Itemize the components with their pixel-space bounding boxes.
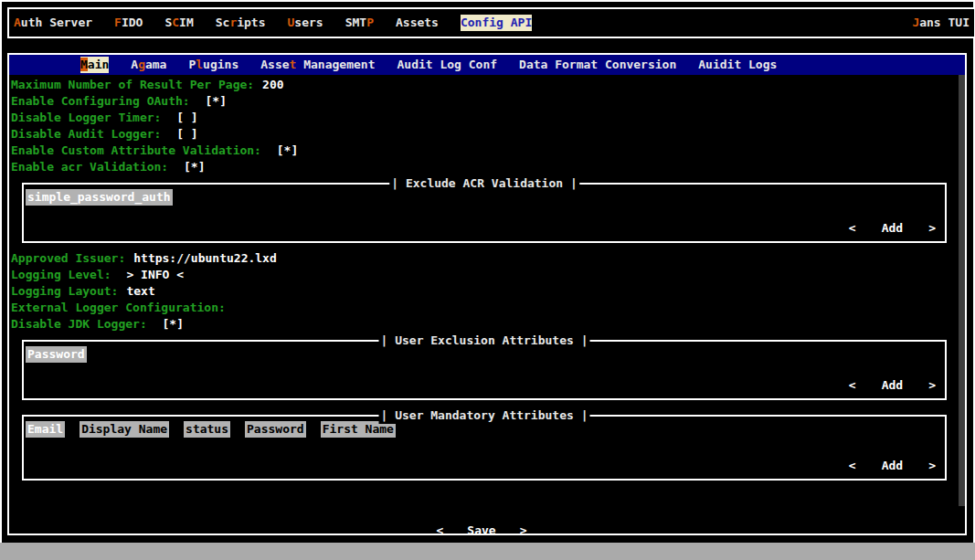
user-exclusion-add-button[interactable]: <Add>: [849, 377, 936, 394]
vertical-scrollbar[interactable]: [959, 75, 965, 506]
disable-jdk-logger-checkbox[interactable]: [*]: [155, 317, 184, 331]
field-max-results: Maximum Number of Result Per Page:200: [11, 77, 952, 93]
menu-item-config-api[interactable]: Config API: [461, 15, 532, 31]
field-external-logger: External Logger Configuration:: [11, 300, 952, 316]
user-exclusion-attributes-title: | User Exclusion Attributes |: [379, 333, 590, 349]
logging-level-select[interactable]: > INFO <: [120, 268, 184, 281]
menu-item-users[interactable]: Users: [288, 15, 323, 31]
config-api-panel: Main Agama Plugins Asset Management Audi…: [7, 53, 967, 535]
button-label: Add: [882, 458, 903, 474]
field-disable-logger-timer: Disable Logger Timer: [ ]: [11, 110, 952, 126]
tab-data-format-conversion[interactable]: Data Format Conversion: [519, 57, 676, 73]
field-acr-validation: Enable acr Validation: [*]: [11, 159, 952, 175]
list-item[interactable]: Password: [26, 346, 87, 363]
list-item[interactable]: Display Name: [79, 421, 169, 438]
user-mandatory-attributes-title: | User Mandatory Attributes |: [379, 407, 590, 424]
exclude-acr-validation-title: | Exclude ACR Validation |: [389, 175, 579, 192]
tab-main[interactable]: Main: [80, 57, 109, 73]
logging-layout-input[interactable]: text: [126, 284, 154, 298]
custom-attr-validation-checkbox[interactable]: [*]: [270, 143, 298, 157]
button-left-bracket: <: [437, 523, 444, 539]
tab-plugins[interactable]: Plugins: [188, 57, 238, 73]
user-mandatory-attributes-box: | User Mandatory Attributes | Email Disp…: [22, 415, 947, 481]
button-right-bracket: >: [520, 523, 527, 539]
list-item[interactable]: Email: [26, 421, 65, 438]
user-exclusion-attributes-box: | User Exclusion Attributes | Password <…: [22, 340, 947, 400]
list-item[interactable]: status: [184, 421, 230, 438]
app-title: Jans TUI: [912, 15, 970, 31]
field-disable-audit-logger: Disable Audit Logger: [ ]: [11, 126, 952, 143]
menu-item-smtp[interactable]: SMTP: [345, 15, 374, 31]
tab-asset-management[interactable]: Asset Management: [260, 57, 375, 73]
field-logging-layout: Logging Layout:text: [11, 283, 952, 300]
menu-item-scripts[interactable]: Scripts: [216, 15, 266, 31]
list-item[interactable]: Password: [245, 421, 306, 438]
acr-validation-checkbox[interactable]: [*]: [176, 160, 205, 174]
exclude-acr-validation-box: | Exclude ACR Validation | simple_passwo…: [22, 183, 947, 243]
button-left-bracket: <: [849, 458, 856, 474]
button-label: Add: [882, 220, 903, 237]
field-enable-oauth: Enable Configuring OAuth: [*]: [11, 93, 952, 110]
button-label: Add: [882, 377, 903, 394]
list-item[interactable]: simple_password_auth: [26, 189, 173, 206]
top-menubar: Auth Server FIDO SCIM Scripts Users SMTP…: [7, 7, 975, 38]
button-label: Save: [467, 523, 495, 539]
form-body: Maximum Number of Result Per Page:200 En…: [9, 75, 965, 539]
user-mandatory-add-button[interactable]: <Add>: [849, 458, 936, 474]
field-approved-issuer: Approved Issuer:https://ubuntu22.lxd: [11, 250, 952, 267]
button-right-bracket: >: [928, 377, 936, 394]
tab-bar: Main Agama Plugins Asset Management Audi…: [9, 55, 965, 75]
menu-item-assets[interactable]: Assets: [396, 15, 439, 31]
tab-agama[interactable]: Agama: [131, 57, 166, 73]
tab-audit-log-conf[interactable]: Audit Log Conf: [397, 57, 497, 73]
menu-item-scim[interactable]: SCIM: [164, 15, 193, 31]
jans-tui-window: Auth Server FIDO SCIM Scripts Users SMTP…: [0, 0, 975, 560]
disable-audit-logger-checkbox[interactable]: [ ]: [169, 127, 197, 141]
menu-item-auth-server[interactable]: Auth Server: [14, 15, 92, 31]
tab-auidit-logs[interactable]: Auidit Logs: [698, 57, 777, 73]
button-right-bracket: >: [928, 458, 936, 474]
field-custom-attr-validation: Enable Custom Attribute Validation: [*]: [11, 143, 952, 159]
field-logging-level: Logging Level: > INFO <: [11, 267, 952, 283]
menu-item-fido[interactable]: FIDO: [114, 15, 143, 31]
button-left-bracket: <: [849, 377, 856, 394]
status-bar: [0, 543, 975, 560]
enable-oauth-checkbox[interactable]: [*]: [198, 94, 227, 108]
approved-issuer-input[interactable]: https://ubuntu22.lxd: [133, 251, 277, 265]
field-disable-jdk-logger: Disable JDK Logger: [*]: [11, 316, 952, 333]
disable-logger-timer-checkbox[interactable]: [ ]: [169, 111, 197, 124]
button-right-bracket: >: [928, 220, 936, 237]
exclude-acr-add-button[interactable]: <Add>: [849, 220, 936, 237]
button-left-bracket: <: [849, 220, 856, 237]
save-button[interactable]: <Save>: [11, 523, 952, 539]
max-results-input[interactable]: 200: [262, 78, 283, 91]
